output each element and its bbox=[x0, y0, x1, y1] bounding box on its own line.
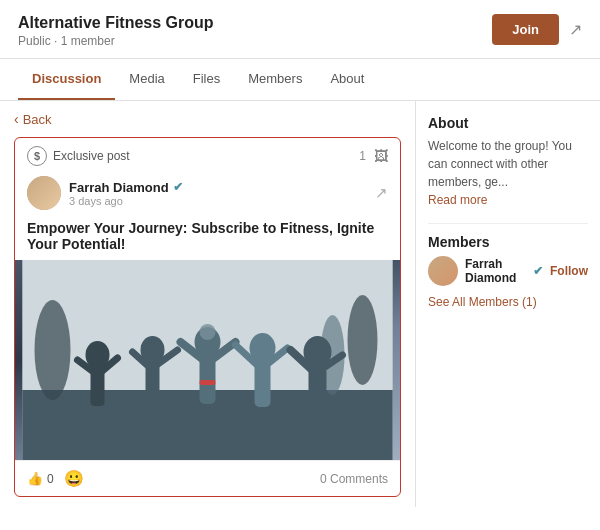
tab-members[interactable]: Members bbox=[234, 59, 316, 100]
header-actions: Join ↗ bbox=[492, 14, 582, 45]
about-title: About bbox=[428, 115, 588, 131]
see-all-members-link[interactable]: See All Members (1) bbox=[428, 295, 537, 309]
avatar-image bbox=[27, 176, 61, 210]
follow-button[interactable]: Follow bbox=[550, 264, 588, 278]
image-count: 1 bbox=[359, 149, 366, 163]
svg-rect-27 bbox=[200, 380, 216, 385]
svg-point-4 bbox=[348, 295, 378, 385]
author-name: Farrah Diamond ✔ bbox=[69, 180, 183, 195]
author-info: Farrah Diamond ✔ 3 days ago bbox=[27, 176, 183, 210]
page-header: Alternative Fitness Group Public · 1 mem… bbox=[0, 0, 600, 59]
tab-bar: Discussion Media Files Members About bbox=[0, 59, 600, 101]
exclusive-badge: $ Exclusive post bbox=[27, 146, 130, 166]
post-card-header: $ Exclusive post 1 🖼 bbox=[15, 138, 400, 172]
members-section: Members Farrah Diamond ✔ Follow See All … bbox=[428, 234, 588, 309]
about-text: Welcome to the group! You can connect wi… bbox=[428, 137, 588, 191]
svg-point-3 bbox=[35, 300, 71, 400]
comments-count: 0 Comments bbox=[320, 472, 388, 486]
about-section: About Welcome to the group! You can conn… bbox=[428, 115, 588, 207]
member-verified-icon: ✔ bbox=[533, 264, 543, 278]
member-row: Farrah Diamond ✔ Follow bbox=[428, 256, 588, 286]
member-avatar bbox=[428, 256, 458, 286]
exclusive-label: Exclusive post bbox=[53, 149, 130, 163]
post-card: $ Exclusive post 1 🖼 Farrah Diamond bbox=[14, 137, 401, 497]
post-image bbox=[15, 260, 400, 460]
post-time: 3 days ago bbox=[69, 195, 183, 207]
tab-discussion[interactable]: Discussion bbox=[18, 59, 115, 100]
thumbs-up-icon: 👍 bbox=[27, 471, 43, 486]
post-share-icon[interactable]: ↗ bbox=[375, 184, 388, 202]
tab-files[interactable]: Files bbox=[179, 59, 234, 100]
post-footer: 👍 0 😀 0 Comments bbox=[15, 460, 400, 496]
footer-left: 👍 0 😀 bbox=[27, 469, 84, 488]
image-icon: 🖼 bbox=[374, 148, 388, 164]
emoji-react-button[interactable]: 😀 bbox=[64, 469, 84, 488]
dollar-icon: $ bbox=[27, 146, 47, 166]
tab-media[interactable]: Media bbox=[115, 59, 178, 100]
post-meta-right: 1 🖼 bbox=[359, 148, 388, 164]
group-title: Alternative Fitness Group bbox=[18, 14, 214, 32]
join-button[interactable]: Join bbox=[492, 14, 559, 45]
members-title: Members bbox=[428, 234, 588, 250]
post-author: Farrah Diamond ✔ 3 days ago ↗ bbox=[15, 172, 400, 216]
tab-about[interactable]: About bbox=[316, 59, 378, 100]
avatar bbox=[27, 176, 61, 210]
verified-icon: ✔ bbox=[173, 180, 183, 194]
post-title: Empower Your Journey: Subscribe to Fitne… bbox=[15, 216, 400, 260]
back-label: Back bbox=[23, 112, 52, 127]
right-panel: About Welcome to the group! You can conn… bbox=[415, 101, 600, 507]
like-button[interactable]: 👍 0 bbox=[27, 471, 54, 486]
back-button[interactable]: ‹ Back bbox=[14, 111, 401, 127]
author-details: Farrah Diamond ✔ 3 days ago bbox=[69, 180, 183, 207]
group-info: Alternative Fitness Group Public · 1 mem… bbox=[18, 14, 214, 48]
member-name: Farrah Diamond ✔ bbox=[465, 257, 543, 285]
svg-point-26 bbox=[200, 324, 216, 340]
likes-count: 0 bbox=[47, 472, 54, 486]
share-icon[interactable]: ↗ bbox=[569, 20, 582, 39]
left-panel: ‹ Back $ Exclusive post 1 🖼 bbox=[0, 101, 415, 507]
main-content: ‹ Back $ Exclusive post 1 🖼 bbox=[0, 101, 600, 507]
divider bbox=[428, 223, 588, 224]
group-subtitle: Public · 1 member bbox=[18, 34, 214, 48]
read-more-link[interactable]: Read more bbox=[428, 193, 588, 207]
chevron-left-icon: ‹ bbox=[14, 111, 19, 127]
